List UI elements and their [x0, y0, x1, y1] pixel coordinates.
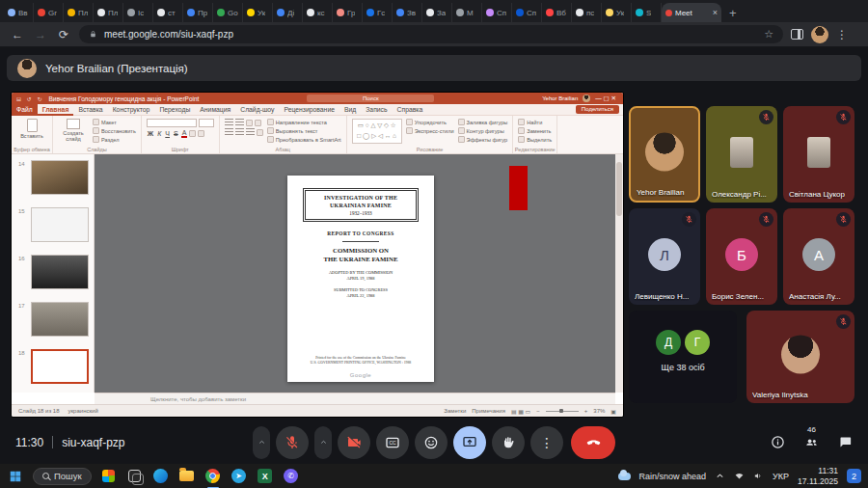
mic-options-chevron-icon[interactable] [253, 426, 270, 459]
section-button[interactable]: Раздел [93, 136, 136, 143]
browser-tab[interactable]: Гс [363, 3, 393, 22]
browser-tab[interactable]: Пл [64, 3, 94, 22]
participants-icon[interactable]: 46 [804, 435, 819, 449]
browser-tab[interactable]: Іс [123, 3, 153, 22]
viber-icon[interactable]: ✆ [283, 468, 300, 485]
shape-fill-button[interactable]: Заливка фигуры [458, 119, 508, 125]
ppt-menu-tab[interactable]: Файл [12, 104, 38, 116]
zoom-slider[interactable] [546, 411, 579, 412]
browser-tab[interactable]: Go [213, 3, 243, 22]
taskbar-search[interactable]: Пошук [33, 468, 92, 485]
zoom-in-icon[interactable]: + [584, 408, 588, 414]
ppt-menu-tab[interactable]: Запись [361, 104, 392, 116]
new-tab-button[interactable]: + [729, 7, 737, 19]
reactions-button[interactable] [415, 426, 448, 459]
participant-tile-oleksandr[interactable]: Олександр Рі... [706, 106, 777, 203]
chat-icon[interactable] [838, 435, 853, 449]
start-button[interactable] [7, 468, 24, 485]
file-explorer-icon[interactable] [178, 468, 196, 485]
profile-avatar[interactable] [811, 26, 828, 43]
notification-count-badge[interactable]: 2 [847, 469, 861, 483]
browser-tab[interactable]: Сп [512, 3, 542, 22]
ppt-menu-tab[interactable]: Главная [38, 104, 74, 116]
captions-button[interactable] [376, 426, 409, 459]
notes-toggle[interactable]: Заметки [444, 408, 466, 414]
quick-styles-button[interactable]: Экспресс-стили [406, 127, 454, 134]
browser-tab[interactable]: пс [572, 3, 602, 22]
layout-button[interactable]: Макет [93, 119, 136, 125]
font-name-box[interactable] [147, 119, 197, 127]
browser-tab[interactable]: Ді [273, 3, 303, 22]
reload-icon[interactable]: ⟳ [56, 28, 71, 41]
ppt-menu-tab[interactable]: Вставка [73, 104, 107, 116]
back-icon[interactable]: ← [10, 28, 25, 41]
more-participants-tile[interactable]: Д Г Ще 38 осіб [629, 311, 737, 403]
align-right-icon[interactable] [246, 128, 255, 136]
browser-menu-icon[interactable]: ⋮ [836, 28, 848, 41]
browser-tab[interactable]: М [452, 3, 482, 22]
keyboard-language[interactable]: УКР [773, 472, 789, 481]
participant-tile-levyshchenko[interactable]: Л Левищенко Н... [629, 208, 700, 305]
text-direction-button[interactable]: Направление текста [267, 119, 341, 125]
shape-outline-button[interactable]: Контур фигуры [458, 127, 508, 134]
align-center-icon[interactable] [235, 128, 244, 136]
slide-canvas[interactable]: INVESTIGATION OF THE UKRAINIAN FAMINE 19… [95, 154, 615, 393]
bullets-icon[interactable] [225, 119, 233, 126]
task-view-icon[interactable] [126, 468, 144, 485]
site-info-lock-icon[interactable] [89, 30, 97, 39]
reset-button[interactable]: Восстановить [93, 127, 136, 134]
network-icon[interactable] [734, 471, 745, 481]
slide-thumbnail-16[interactable]: 16 [31, 255, 89, 289]
ppt-menu-tab[interactable]: Справка [393, 104, 428, 116]
participant-tile-yehor-brailian[interactable]: Yehor Brailian [629, 106, 700, 203]
underline-button[interactable]: Ч [164, 130, 171, 137]
arrange-button[interactable]: Упорядочить [406, 119, 454, 125]
browser-tab[interactable]: кс [303, 3, 333, 22]
language-indicator[interactable]: украинский [68, 408, 97, 414]
browser-tab[interactable]: Вв [4, 3, 34, 22]
telegram-icon[interactable]: ➤ [231, 468, 248, 485]
browser-tab[interactable]: Вб [542, 3, 572, 22]
chrome-icon[interactable] [204, 468, 222, 485]
address-bar[interactable]: meet.google.com/siu-xaqf-pzp ☆ [79, 25, 783, 43]
ppt-scrollbar-thumb[interactable] [616, 162, 622, 216]
browser-tab[interactable]: ст [153, 3, 183, 22]
end-call-button[interactable] [571, 426, 615, 459]
slide-thumbnail-17[interactable]: 17 [31, 302, 89, 337]
numbering-icon[interactable] [235, 119, 244, 126]
bookmark-star-icon[interactable]: ☆ [764, 28, 773, 41]
side-panel-icon[interactable] [791, 29, 803, 40]
browser-tab[interactable]: Ук [243, 3, 273, 22]
slide-red-rectangle[interactable] [509, 166, 528, 210]
browser-tab-active[interactable]: Meet × [662, 3, 721, 22]
volume-icon[interactable] [753, 471, 764, 481]
new-slide-button[interactable]: Создать слайд [58, 119, 89, 142]
taskbar-clock[interactable]: 11:31 17.11.2025 [798, 466, 838, 486]
browser-tab[interactable]: За [422, 3, 452, 22]
more-options-button[interactable]: ⋮ [530, 426, 563, 459]
align-text-button[interactable]: Выровнять текст [267, 127, 341, 134]
ppt-menu-tab[interactable]: Вид [339, 104, 361, 116]
participant-tile-svitlana[interactable]: Світлана Цукор [783, 106, 854, 203]
zoom-level[interactable]: 37% [593, 408, 605, 414]
browser-tab[interactable]: Гр [333, 3, 363, 22]
weather-text[interactable]: Rain/snow ahead [639, 472, 707, 481]
slide-thumbnail-14[interactable]: 14 [31, 160, 89, 195]
browser-tab[interactable]: Пл [94, 3, 123, 22]
widgets-icon[interactable] [100, 468, 118, 485]
mic-off-button[interactable] [276, 426, 309, 459]
ppt-scrollbar[interactable] [615, 154, 623, 393]
fit-slide-icon[interactable]: ▣ [610, 408, 616, 415]
replace-button[interactable]: Заменить [518, 127, 552, 134]
italic-button[interactable]: К [156, 130, 162, 137]
shape-effects-button[interactable]: Эффекты фигур [458, 136, 508, 143]
camera-options-chevron-icon[interactable] [314, 426, 332, 459]
font-size-box[interactable] [199, 119, 214, 127]
smartart-button[interactable]: Преобразовать в SmartArt [267, 136, 341, 143]
ppt-search-box[interactable]: Поиск [307, 95, 434, 102]
browser-tab[interactable]: Пр [183, 3, 213, 22]
browser-tab[interactable]: Gr [34, 3, 64, 22]
weather-icon[interactable] [618, 473, 631, 480]
raise-hand-button[interactable] [492, 426, 525, 459]
document-cover-image[interactable]: INVESTIGATION OF THE UKRAINIAN FAMINE 19… [287, 176, 434, 382]
